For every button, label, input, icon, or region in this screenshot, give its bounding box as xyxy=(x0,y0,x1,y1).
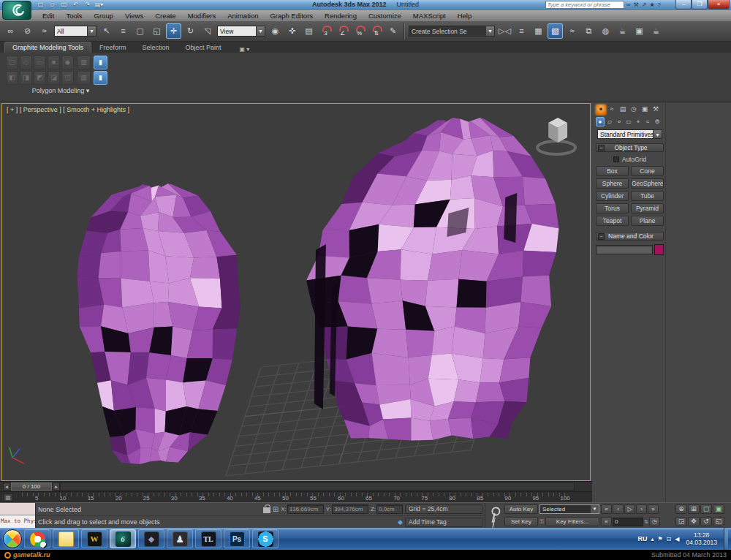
rendered-frame-window-icon[interactable]: ▣ xyxy=(632,23,647,39)
layer-manager-icon[interactable]: ▦ xyxy=(531,23,546,39)
menu-item[interactable]: Graph Editors xyxy=(264,10,319,21)
taskbar-app-button[interactable] xyxy=(24,529,50,548)
primitive-button[interactable]: Pyramid xyxy=(631,203,664,213)
hierarchy-tab-icon[interactable]: ▤ xyxy=(618,105,628,115)
spinner-snap-icon[interactable]: ⇅ xyxy=(368,23,384,39)
macro-recorder-line[interactable] xyxy=(0,503,35,515)
taskbar-app-button[interactable]: ◆ xyxy=(138,529,164,548)
polygon-modeling-side-button[interactable]: ▥ xyxy=(77,56,91,69)
go-to-end-icon[interactable]: » xyxy=(648,504,659,514)
polygon-modeling-tool-button[interactable]: ◆ xyxy=(61,56,74,69)
menu-item[interactable]: Edit xyxy=(37,10,60,21)
ribbon-tab[interactable]: Freeform xyxy=(91,42,135,53)
maxscript-mini-listener[interactable]: Max to Physc xyxy=(0,503,35,528)
infocenter-search-input[interactable] xyxy=(545,1,624,9)
motion-tab-icon[interactable]: ◷ xyxy=(629,105,639,115)
time-configuration-icon[interactable]: ◷ xyxy=(649,517,660,526)
orbit-icon[interactable]: ↺ xyxy=(700,517,712,526)
track-bar[interactable]: ▦ 51015202530354045505560657075808590951… xyxy=(0,491,592,502)
go-to-start-icon[interactable]: « xyxy=(601,504,612,514)
taskbar-app-button[interactable]: 6 xyxy=(110,529,136,548)
set-key-button[interactable]: Set Key xyxy=(504,517,538,526)
listener-line[interactable]: Max to Physc xyxy=(0,515,35,528)
key-filters-button[interactable]: Key Filters... xyxy=(545,517,599,526)
polygon-modeling-tool-button[interactable]: ▭ xyxy=(34,56,46,69)
primitive-button[interactable]: Torus xyxy=(596,203,629,213)
display-tab-icon[interactable]: ▣ xyxy=(640,105,650,115)
primitive-button[interactable]: GeoSphere xyxy=(631,178,664,189)
utilities-tab-icon[interactable]: ⚒ xyxy=(651,105,661,115)
zoom-extents-icon[interactable]: ▢ xyxy=(700,504,712,514)
menu-item[interactable]: Views xyxy=(119,10,149,21)
ribbon-tab[interactable]: Graphite Modeling Tools xyxy=(4,42,91,53)
tray-clock[interactable]: 13:28 04.03.2013 xyxy=(686,531,717,546)
window-crossing-icon[interactable]: ◱ xyxy=(149,23,164,39)
render-production-icon[interactable]: ☕ xyxy=(648,23,664,39)
taskbar-app-button[interactable]: Ps xyxy=(224,529,250,548)
menu-item[interactable]: Tools xyxy=(60,10,88,21)
taskbar-app-button[interactable]: S xyxy=(252,529,279,548)
graphite-ribbon-toggle-icon[interactable]: ▧ xyxy=(548,23,563,39)
add-time-tag[interactable]: Add Time Tag xyxy=(405,518,482,527)
minimize-button[interactable]: – xyxy=(675,0,692,10)
taskbar-app-button[interactable]: ♟ xyxy=(167,529,193,548)
frame-spinner-icon[interactable]: ⇅ xyxy=(644,519,648,525)
autogrid-checkbox[interactable] xyxy=(613,156,619,162)
lights-category-icon[interactable]: ¤ xyxy=(615,117,624,126)
viewcube[interactable] xyxy=(537,118,575,154)
help-icon[interactable]: ? xyxy=(658,1,661,9)
modify-tab-icon[interactable]: ≈ xyxy=(607,105,617,115)
viewport-label[interactable]: [ + ] [ Perspective ] [ Smooth + Highlig… xyxy=(7,106,129,113)
ribbon-tab[interactable]: Object Paint xyxy=(177,42,229,53)
unlink-selection-icon[interactable]: ⊘ xyxy=(20,23,35,39)
selection-lock-icon[interactable] xyxy=(263,507,270,513)
shapes-category-icon[interactable]: ▱ xyxy=(605,117,614,126)
select-and-manipulate-icon[interactable]: ✜ xyxy=(284,23,300,39)
zoom-all-icon[interactable]: ⊞ xyxy=(688,504,700,514)
time-slider[interactable]: ◂ 0 / 100 ▸ xyxy=(0,481,592,491)
search-icon[interactable]: ∞ xyxy=(626,1,631,9)
select-and-move-icon[interactable]: ✛ xyxy=(166,23,181,39)
name-color-rollout[interactable]: − Name and Color xyxy=(596,232,664,241)
polygon-modeling-tool-button[interactable]: ■ xyxy=(48,56,60,69)
polygon-modeling-active-button[interactable]: ▮ xyxy=(94,71,107,85)
previous-frame-icon[interactable]: ‹ xyxy=(613,504,624,514)
volume-icon[interactable]: ◀ xyxy=(675,536,679,542)
cameras-category-icon[interactable]: ▭ xyxy=(624,117,633,126)
time-slider-prev-icon[interactable]: ◂ xyxy=(3,483,10,491)
percent-snap-icon[interactable]: % xyxy=(352,23,367,39)
primitive-button[interactable]: Sphere xyxy=(596,178,629,189)
play-icon[interactable]: ▷ xyxy=(624,504,635,514)
select-and-link-icon[interactable]: ∞ xyxy=(3,23,18,39)
rock-mesh-right[interactable] xyxy=(306,118,558,441)
viewport[interactable]: [ + ] [ Perspective ] [ Smooth + Highlig… xyxy=(1,103,591,481)
menu-item[interactable]: Customize xyxy=(363,10,407,21)
field-of-view-icon[interactable]: ◲ xyxy=(675,517,687,526)
language-indicator[interactable]: RU xyxy=(637,535,647,542)
render-setup-icon[interactable]: ☕ xyxy=(615,23,630,39)
close-button[interactable]: × xyxy=(708,0,730,10)
geometry-category-icon[interactable]: ● xyxy=(596,117,605,126)
bind-to-space-warp-icon[interactable]: ≈ xyxy=(37,23,52,39)
restore-button[interactable]: ❐ xyxy=(692,0,708,10)
auto-key-button[interactable]: Auto Key xyxy=(504,504,538,514)
reference-coordinate-dropdown[interactable]: View▼ xyxy=(217,26,265,37)
use-pivot-point-center-icon[interactable]: ◉ xyxy=(268,23,283,39)
rectangular-selection-region-icon[interactable]: ▢ xyxy=(132,23,148,39)
coord-y-field[interactable]: 394,376cm xyxy=(332,504,368,514)
systems-category-icon[interactable]: ⚙ xyxy=(653,117,662,126)
edit-named-selection-sets-icon[interactable]: ✎ xyxy=(385,23,401,39)
select-and-scale-icon[interactable]: ◹ xyxy=(200,23,215,39)
mirror-icon[interactable]: ▷◁ xyxy=(497,23,512,39)
current-frame-field[interactable]: 0 xyxy=(613,518,643,526)
taskbar-app-button[interactable]: W xyxy=(81,529,107,548)
primitive-button[interactable]: Plane xyxy=(631,216,664,226)
menu-item[interactable]: Modifiers xyxy=(182,10,222,21)
helpers-category-icon[interactable]: ⌖ xyxy=(634,117,643,126)
selection-set-dropdown[interactable]: Selected▼ xyxy=(539,504,599,514)
polygon-modeling-tool-button[interactable]: ◪ xyxy=(48,71,60,85)
polygon-modeling-tool-button[interactable]: ▢ xyxy=(6,56,18,69)
angle-snap-icon[interactable]: ∠ xyxy=(335,23,350,39)
object-type-rollout[interactable]: − Object Type xyxy=(596,143,664,152)
menu-item[interactable]: Rendering xyxy=(319,10,363,21)
